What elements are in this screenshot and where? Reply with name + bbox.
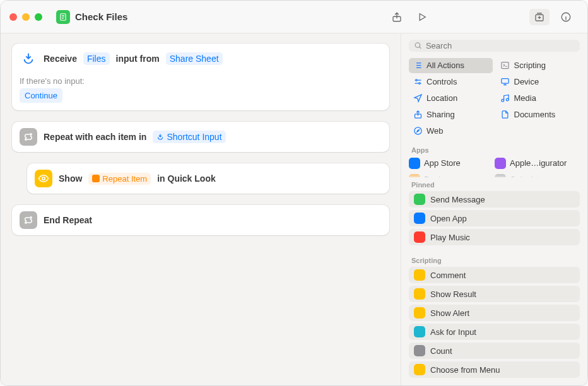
variable-icon	[92, 175, 100, 182]
quicklook-action[interactable]: Show Repeat Item in Quick Look	[27, 163, 389, 194]
action-item[interactable]: Ask for Input	[409, 324, 580, 340]
search-field[interactable]	[409, 40, 580, 52]
noinput-label: If there's no input:	[20, 76, 382, 86]
action-icon	[414, 194, 425, 205]
svg-point-8	[418, 83, 420, 85]
app-item[interactable]: Calculator	[495, 174, 575, 177]
location-icon	[413, 93, 423, 103]
from-label: input from	[116, 54, 160, 64]
category-device[interactable]: Device	[497, 74, 580, 90]
search-input[interactable]	[426, 41, 575, 50]
category-media[interactable]: Media	[497, 91, 580, 106]
action-library-sidebar: All ActionsScriptingControlsDeviceLocati…	[401, 33, 587, 385]
action-item[interactable]: Show Alert	[409, 305, 580, 321]
action-item[interactable]: Comment	[409, 267, 580, 283]
receive-input-action[interactable]: Receive Files input from Share Sheet If …	[12, 44, 389, 110]
shortcut-title: Check Files	[75, 11, 127, 22]
end-repeat-label: End Repeat	[44, 215, 92, 225]
action-item[interactable]: Open App	[409, 210, 580, 226]
category-web[interactable]: Web	[409, 124, 493, 139]
repeat-icon	[20, 128, 37, 146]
run-button[interactable]	[413, 9, 431, 25]
svg-point-7	[415, 79, 417, 81]
input-icon	[20, 50, 37, 67]
action-item[interactable]: Play Music	[409, 229, 580, 245]
music-icon	[500, 93, 510, 103]
action-icon	[414, 307, 425, 319]
action-icon	[414, 269, 425, 281]
svg-point-10	[502, 99, 504, 102]
receive-label: Receive	[44, 54, 77, 64]
svg-point-13	[414, 127, 421, 134]
app-icon	[495, 174, 506, 177]
shortcut-icon	[56, 10, 70, 24]
repeat-label: Repeat with each item in	[44, 132, 146, 142]
action-item[interactable]: Send Message	[409, 191, 580, 208]
action-icon	[414, 213, 425, 224]
share-button[interactable]	[388, 9, 406, 25]
svg-point-4	[42, 177, 45, 180]
svg-point-11	[506, 98, 509, 101]
show-label: Show	[59, 173, 82, 184]
scripting-section-head: Scripting	[401, 253, 587, 266]
repeat-item-variable[interactable]: Repeat Item	[88, 173, 151, 185]
category-grid: All ActionsScriptingControlsDeviceLocati…	[401, 58, 587, 143]
pinned-section-head: Pinned	[401, 177, 587, 190]
info-button[interactable]	[557, 9, 575, 25]
category-controls[interactable]: Controls	[409, 74, 493, 90]
window: Check Files Receive Files	[0, 0, 588, 386]
category-all-actions[interactable]: All Actions	[409, 58, 493, 73]
app-item[interactable]: App Store	[409, 158, 490, 169]
end-repeat-action[interactable]: End Repeat	[12, 205, 389, 235]
noinput-action-chip[interactable]: Continue	[20, 88, 62, 103]
zoom-window-button[interactable]	[35, 13, 42, 21]
titlebar: Check Files	[1, 1, 587, 33]
share-icon	[413, 110, 423, 120]
workflow-editor[interactable]: Receive Files input from Share Sheet If …	[1, 33, 401, 385]
category-documents[interactable]: Documents	[497, 107, 580, 122]
input-type-chip[interactable]: Files	[83, 52, 110, 65]
category-location[interactable]: Location	[409, 91, 493, 106]
action-icon	[414, 231, 425, 243]
action-item[interactable]: Count	[409, 342, 580, 359]
monitor-icon	[500, 77, 510, 87]
app-item[interactable]: Books	[409, 174, 490, 177]
category-sharing[interactable]: Sharing	[409, 107, 493, 122]
apps-list: App StoreApple…iguratorBooksCalculator	[401, 155, 587, 177]
library-button[interactable]	[529, 9, 550, 25]
pinned-list: Send MessageOpen AppPlay Music	[401, 190, 587, 253]
app-icon	[495, 158, 506, 169]
quicklook-suffix: in Quick Look	[157, 173, 216, 184]
action-icon	[414, 345, 425, 356]
action-icon	[414, 326, 425, 337]
close-window-button[interactable]	[9, 13, 17, 21]
list-icon	[413, 61, 423, 71]
input-source-chip[interactable]: Share Sheet	[166, 52, 223, 65]
terminal-icon	[500, 61, 510, 71]
eye-icon	[35, 170, 52, 187]
minimize-window-button[interactable]	[22, 13, 30, 21]
svg-point-5	[415, 43, 420, 48]
app-icon	[409, 174, 420, 177]
sliders-icon	[413, 77, 423, 87]
action-item[interactable]: Show Result	[409, 286, 580, 302]
category-scripting[interactable]: Scripting	[497, 58, 580, 73]
traffic-lights	[9, 13, 42, 21]
app-icon	[409, 158, 420, 169]
scripting-list: CommentShow ResultShow AlertAsk for Inpu…	[401, 266, 587, 385]
apps-section-head: Apps	[401, 143, 587, 155]
repeat-end-icon	[20, 211, 37, 229]
repeat-variable-chip[interactable]: Shortcut Input	[153, 131, 225, 143]
safari-icon	[413, 126, 423, 136]
search-icon	[414, 41, 422, 50]
repeat-action[interactable]: Repeat with each item in Shortcut Input	[12, 122, 389, 152]
action-icon	[414, 364, 425, 375]
doc-icon	[500, 110, 510, 120]
app-item[interactable]: Apple…igurator	[495, 158, 575, 169]
svg-rect-9	[502, 79, 509, 84]
action-icon	[414, 288, 425, 300]
action-item[interactable]: Choose from Menu	[409, 361, 580, 378]
